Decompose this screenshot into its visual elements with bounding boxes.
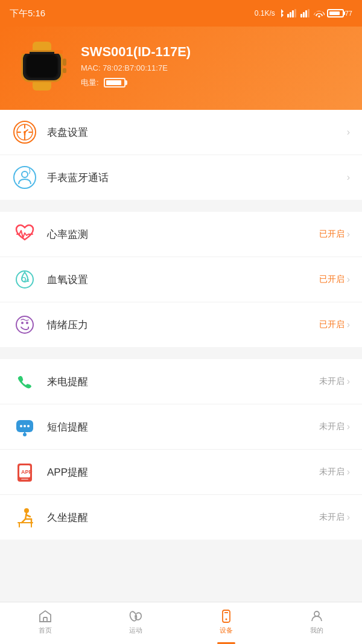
svg-point-40 xyxy=(24,425,26,427)
sedentary-icon xyxy=(12,505,37,530)
app-reminder-label: APP提醒 xyxy=(47,465,319,479)
menu-item-heart-rate[interactable]: 心率监测 已开启 › xyxy=(0,212,362,257)
svg-point-54 xyxy=(226,619,227,620)
chevron-icon-4: › xyxy=(347,274,350,285)
device-name: SWS001(ID-117E) xyxy=(81,44,348,60)
menu-item-blood-oxygen[interactable]: O₂ 血氧设置 已开启 › xyxy=(0,257,362,302)
heart-rate-status: 已开启 xyxy=(319,229,345,240)
menu-section-1: 表盘设置 › ⟩ 手表蓝牙通话 › xyxy=(0,110,362,200)
svg-rect-3 xyxy=(294,9,296,18)
status-time: 下午5:16 xyxy=(10,8,45,19)
status-icons: 0.1K/s 77 xyxy=(255,8,352,18)
device-mac: MAC: 78:02:B7:00:11:7E xyxy=(81,63,348,72)
svg-point-32 xyxy=(16,316,33,333)
gap-1 xyxy=(0,206,362,212)
battery-row: 电量: xyxy=(81,77,348,88)
battery-percent: 77 xyxy=(345,10,352,17)
menu-item-call-reminder[interactable]: 来电提醒 未开启 › xyxy=(0,359,362,404)
svg-text:⟩: ⟩ xyxy=(28,168,31,174)
status-bar: 下午5:16 0.1K/s 7 xyxy=(0,0,362,27)
content-area: 表盘设置 › ⟩ 手表蓝牙通话 › xyxy=(0,110,362,594)
menu-item-bt-call[interactable]: ⟩ 手表蓝牙通话 › xyxy=(0,155,362,200)
sms-reminder-icon xyxy=(12,414,37,439)
emotion-label: 情绪压力 xyxy=(47,318,319,332)
svg-rect-45 xyxy=(21,479,28,480)
chevron-icon: › xyxy=(347,127,350,138)
home-icon xyxy=(38,609,52,623)
heart-rate-icon xyxy=(12,222,37,247)
sport-icon xyxy=(129,609,143,623)
menu-item-sms-reminder[interactable]: 短信提醒 未开启 › xyxy=(0,404,362,450)
sms-reminder-label: 短信提醒 xyxy=(47,420,319,434)
menu-item-app-reminder[interactable]: APP APP提醒 未开启 › xyxy=(0,450,362,495)
nav-home-label: 首页 xyxy=(39,626,52,635)
call-reminder-icon xyxy=(12,369,37,394)
watch-svg xyxy=(16,40,68,92)
svg-rect-4 xyxy=(300,14,302,18)
signal-icon-2 xyxy=(300,9,311,18)
emotion-icon xyxy=(12,312,37,337)
chevron-icon-5: › xyxy=(347,319,350,330)
blood-oxygen-status: 已开启 xyxy=(319,274,345,285)
gap-2 xyxy=(0,353,362,359)
chevron-icon-9: › xyxy=(347,512,350,523)
svg-rect-7 xyxy=(308,9,310,18)
sms-reminder-status: 未开启 xyxy=(319,421,345,432)
bottom-nav: 首页 运动 设备 我的 xyxy=(0,602,362,644)
blood-oxygen-icon: O₂ xyxy=(12,267,37,292)
device-info: SWS001(ID-117E) MAC: 78:02:B7:00:11:7E 电… xyxy=(81,44,348,88)
sedentary-label: 久坐提醒 xyxy=(47,511,319,524)
svg-rect-1 xyxy=(290,12,291,18)
mine-icon xyxy=(310,609,324,623)
nav-device-label: 设备 xyxy=(220,626,233,635)
chevron-icon-2: › xyxy=(347,172,350,183)
blood-oxygen-label: 血氧设置 xyxy=(47,273,319,287)
bluetooth-icon xyxy=(278,8,285,18)
svg-point-39 xyxy=(20,425,22,427)
device-image xyxy=(14,39,69,93)
nav-item-device[interactable]: 设备 xyxy=(181,602,272,644)
svg-rect-2 xyxy=(292,10,294,18)
svg-text:APP: APP xyxy=(21,469,33,475)
svg-rect-6 xyxy=(305,10,307,18)
svg-point-34 xyxy=(26,322,28,324)
battery-status: 77 xyxy=(327,9,352,18)
dial-icon xyxy=(12,120,37,145)
nav-item-mine[interactable]: 我的 xyxy=(272,602,362,644)
nav-item-home[interactable]: 首页 xyxy=(0,602,91,644)
svg-point-52 xyxy=(135,615,137,617)
svg-rect-14 xyxy=(63,59,66,66)
bt-call-icon: ⟩ xyxy=(12,165,37,190)
menu-item-dial-settings[interactable]: 表盘设置 › xyxy=(0,110,362,155)
svg-point-41 xyxy=(27,425,30,427)
svg-rect-5 xyxy=(303,12,305,18)
signal-icon xyxy=(287,9,298,18)
svg-rect-50 xyxy=(43,617,47,622)
svg-rect-0 xyxy=(287,14,289,18)
menu-section-2: 心率监测 已开启 › O₂ 血氧设置 已开启 › xyxy=(0,212,362,347)
chevron-icon-7: › xyxy=(347,421,350,432)
emotion-status: 已开启 xyxy=(319,319,345,330)
svg-rect-15 xyxy=(63,68,66,73)
call-reminder-status: 未开启 xyxy=(319,376,345,387)
call-reminder-label: 来电提醒 xyxy=(47,375,319,389)
chevron-icon-3: › xyxy=(347,229,350,240)
nav-sport-label: 运动 xyxy=(129,626,142,635)
svg-point-56 xyxy=(314,611,319,616)
chevron-icon-6: › xyxy=(347,376,350,387)
nav-mine-label: 我的 xyxy=(310,626,323,635)
header-banner: SWS001(ID-117E) MAC: 78:02:B7:00:11:7E 电… xyxy=(0,27,362,110)
svg-point-33 xyxy=(21,322,24,324)
menu-item-emotion[interactable]: 情绪压力 已开启 › xyxy=(0,302,362,347)
chevron-icon-8: › xyxy=(347,467,350,477)
svg-point-26 xyxy=(22,171,28,177)
menu-section-3: 来电提醒 未开启 › 短信提醒 未开启 › xyxy=(0,359,362,540)
app-reminder-status: 未开启 xyxy=(319,467,345,477)
svg-point-24 xyxy=(24,131,26,133)
bt-call-label: 手表蓝牙通话 xyxy=(47,171,347,185)
device-icon xyxy=(219,609,233,623)
network-speed: 0.1K/s xyxy=(255,9,275,18)
heart-rate-label: 心率监测 xyxy=(47,228,319,241)
nav-item-sport[interactable]: 运动 xyxy=(91,602,181,644)
menu-item-sedentary[interactable]: 久坐提醒 未开启 › xyxy=(0,495,362,540)
